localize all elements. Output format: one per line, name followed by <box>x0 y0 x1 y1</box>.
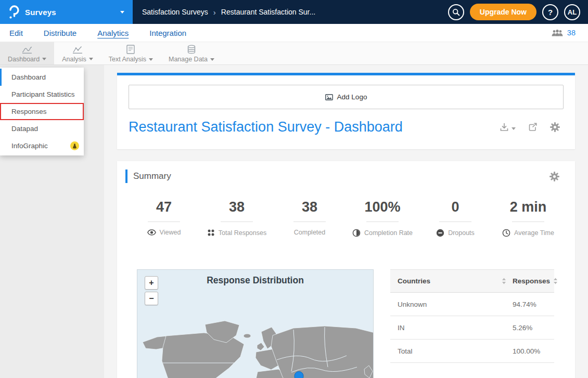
toolbar-dashboard-label: Dashboard <box>8 56 40 63</box>
eye-icon <box>147 229 156 236</box>
tab-edit[interactable]: Edit <box>9 29 23 37</box>
sort-icon[interactable] <box>502 278 506 284</box>
map-pin-icon[interactable] <box>295 372 303 378</box>
world-map[interactable] <box>137 319 374 378</box>
countries-table-header: Countries Responses <box>390 269 554 293</box>
chevron-down-icon <box>512 127 516 130</box>
summary-heading: Summary <box>133 171 171 181</box>
database-icon <box>187 45 196 54</box>
tab-integration[interactable]: Integration <box>149 29 186 37</box>
summary-stats: 47 Viewed 38 Total Responses 38 <box>127 199 565 237</box>
stat-dropouts: 0 Dropouts <box>419 199 492 237</box>
half-circle-icon <box>352 229 361 237</box>
menu-item-dashboard[interactable]: Dashboard <box>0 69 84 86</box>
stat-viewed: 47 Viewed <box>127 199 200 237</box>
product-label: Surveys <box>25 8 56 17</box>
toolbar-manage-data-label: Manage Data <box>169 56 208 63</box>
chevron-down-icon <box>89 58 93 60</box>
stat-average-time: 2 min Average Time <box>492 199 565 237</box>
tab-analytics[interactable]: Analytics <box>97 29 129 37</box>
grid-dots-icon <box>207 229 215 237</box>
menu-item-infographic[interactable]: InfoGraphic <box>0 137 84 154</box>
topnav-actions: Upgrade Now ? AL <box>448 4 588 20</box>
breadcrumb-separator: › <box>213 8 216 17</box>
chevron-down-icon <box>120 11 124 14</box>
image-icon <box>325 94 333 100</box>
summary-card: Summary 47 Viewed 38 Total Responses <box>117 161 575 378</box>
toolbar-analysis[interactable]: Analysis <box>54 42 101 64</box>
toolbar-analysis-label: Analysis <box>62 56 86 63</box>
countries-column-header[interactable]: Countries <box>398 277 513 285</box>
page-title: Restaurant Satisfaction Survey - Dashboa… <box>129 119 403 135</box>
dashboard-chart-icon <box>21 45 33 54</box>
premium-badge-icon <box>70 141 79 150</box>
menu-item-responses[interactable]: Responses <box>0 103 84 120</box>
section-accent-bar <box>125 170 127 183</box>
add-logo-button[interactable]: Add Logo <box>129 85 564 109</box>
map-zoom-out-button[interactable]: − <box>145 292 158 305</box>
respondents-group-icon <box>552 30 563 36</box>
top-navbar: Surveys Satisfaction Surveys › Restauran… <box>0 0 588 24</box>
card-accent-bar <box>117 73 575 75</box>
response-distribution-map: Response Distribution + − <box>137 269 374 378</box>
breadcrumb: Satisfaction Surveys › Restaurant Satisf… <box>142 8 315 17</box>
avatar[interactable]: AL <box>564 4 580 20</box>
minus-circle-icon <box>436 229 444 237</box>
help-button[interactable]: ? <box>542 4 558 20</box>
respondent-count-group[interactable]: 38 <box>552 29 588 37</box>
download-icon <box>500 123 509 132</box>
survey-tab-bar: Edit Distribute Analytics Integration 38 <box>0 24 588 42</box>
menu-item-participant-statistics[interactable]: Participant Statistics <box>0 86 84 103</box>
toolbar-text-analysis-label: Text Analysis <box>109 56 146 63</box>
breadcrumb-parent[interactable]: Satisfaction Surveys <box>142 8 208 16</box>
stat-completed: 38 Completed <box>273 199 346 237</box>
analytics-toolbar: Dashboard Analysis Text Analysis Manage … <box>0 42 588 65</box>
responses-column-header[interactable]: Responses <box>513 277 554 285</box>
summary-settings-gear-icon[interactable] <box>549 172 559 181</box>
search-icon <box>452 8 460 16</box>
chevron-down-icon <box>149 58 153 61</box>
upgrade-now-button[interactable]: Upgrade Now <box>470 4 536 20</box>
analysis-chart-icon <box>72 45 83 54</box>
tab-distribute[interactable]: Distribute <box>44 29 76 37</box>
toolbar-text-analysis[interactable]: Text Analysis <box>101 42 161 64</box>
dashboard-dropdown-menu: Dashboard Participant Statistics Respons… <box>0 68 84 155</box>
download-button[interactable] <box>500 123 516 132</box>
text-document-icon <box>126 45 135 54</box>
sort-icon[interactable] <box>553 278 558 284</box>
menu-item-datapad[interactable]: Datapad <box>0 120 84 137</box>
table-row: Total 100.00% <box>390 340 554 363</box>
map-title: Response Distribution <box>137 275 373 286</box>
main-content: Add Logo Restaurant Satisfaction Survey … <box>104 65 588 378</box>
table-row: Unknown 94.74% <box>390 293 554 316</box>
add-logo-label: Add Logo <box>337 93 367 101</box>
product-switcher[interactable]: Surveys <box>0 0 133 24</box>
map-zoom-controls: + − <box>145 276 158 305</box>
clock-icon <box>502 229 510 237</box>
chevron-down-icon <box>210 58 214 61</box>
stat-completion-rate: 100% Completion Rate <box>346 199 419 237</box>
map-zoom-in-button[interactable]: + <box>145 276 158 290</box>
toolbar-manage-data[interactable]: Manage Data <box>161 42 222 64</box>
questionpro-logo-icon <box>8 5 20 19</box>
table-row: IN 5.26% <box>390 316 554 340</box>
title-card: Add Logo Restaurant Satisfaction Survey … <box>117 73 575 149</box>
search-button[interactable] <box>448 4 464 20</box>
chevron-down-icon <box>42 58 46 60</box>
countries-table: Countries Responses Unknown 94.74% IN 5.… <box>390 269 554 363</box>
share-button[interactable] <box>528 123 538 132</box>
stat-total-responses: 38 Total Responses <box>200 199 273 237</box>
breadcrumb-current: Restaurant Satisfaction Sur... <box>221 8 315 16</box>
settings-gear-icon[interactable] <box>550 122 560 132</box>
toolbar-dashboard[interactable]: Dashboard <box>0 42 54 64</box>
respondent-count: 38 <box>567 29 576 37</box>
